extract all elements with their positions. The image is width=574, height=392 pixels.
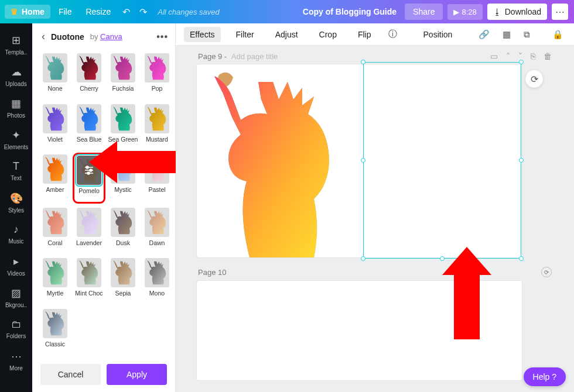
preset-cherry[interactable]: Cherry: [74, 53, 104, 98]
rail-item-styles[interactable]: 🎨Styles: [0, 187, 32, 218]
rail-icon: ▦: [11, 97, 21, 110]
page-title-input[interactable]: Add page title: [231, 52, 278, 61]
refresh-icon[interactable]: ⟳: [525, 70, 543, 88]
duplicate-page-icon[interactable]: ⎘: [531, 51, 535, 61]
next-page-header: Page 10 ⟳: [193, 257, 556, 281]
rail-label: Videos: [7, 270, 25, 277]
adjust-tab[interactable]: Adjust: [269, 27, 304, 42]
page-up-icon[interactable]: ˄: [506, 51, 510, 61]
preset-label: Mint Choc: [75, 290, 102, 297]
filter-tab[interactable]: Filter: [230, 27, 260, 42]
top-menu-bar: ♛ Home File Resize ↶ ↷ All changes saved…: [0, 0, 574, 23]
share-button[interactable]: Share: [405, 4, 443, 20]
preset-label: Amber: [46, 186, 64, 193]
position-button[interactable]: Position: [418, 27, 459, 42]
resize-menu[interactable]: Resize: [80, 5, 117, 19]
rail-item-elements[interactable]: ✦Elements: [0, 124, 32, 154]
rail-item-templa[interactable]: ⊞Templa..: [0, 29, 32, 60]
contextual-toolbar: Effects Filter Adjust Crop Flip ⓘ Positi…: [176, 23, 574, 46]
next-page-label: Page 10: [198, 268, 226, 277]
rail-item-text[interactable]: TText: [0, 156, 32, 186]
preset-label: Fuchsia: [112, 85, 134, 92]
rail-item-more[interactable]: ⋯More: [0, 345, 32, 376]
preset-thumb: [111, 104, 135, 133]
present-button[interactable]: ▶ 8:28: [447, 4, 482, 20]
apply-button[interactable]: Apply: [107, 364, 167, 385]
home-label: Home: [22, 7, 45, 16]
transparency-icon[interactable]: ▦: [501, 27, 512, 42]
overflow-menu-button[interactable]: ⋯: [552, 4, 568, 20]
preset-dusk[interactable]: Dusk: [108, 208, 138, 253]
image-pomelo[interactable]: [197, 64, 355, 257]
redo-icon[interactable]: ↷: [136, 6, 151, 18]
svg-point-1: [86, 166, 88, 169]
rail-item-videos[interactable]: ▸Videos: [0, 250, 32, 281]
rail-label: Text: [11, 175, 21, 181]
preset-classic[interactable]: Classic: [40, 309, 70, 354]
preset-coral[interactable]: Coral: [40, 208, 70, 253]
preset-mustard[interactable]: Mustard: [142, 104, 172, 149]
rail-label: Elements: [4, 144, 29, 150]
lock-icon[interactable]: 🔒: [551, 27, 565, 42]
back-icon[interactable]: ‹: [39, 29, 47, 44]
preset-thumb: [145, 258, 169, 287]
undo-icon[interactable]: ↶: [119, 6, 134, 18]
preset-label: Classic: [45, 341, 65, 348]
panel-title: Duotone: [51, 32, 84, 42]
preset-dawn[interactable]: Dawn: [142, 208, 172, 253]
grid-view-icon[interactable]: ▭: [490, 51, 498, 61]
rail-item-music[interactable]: ♪Music: [0, 219, 32, 249]
rail-item-uploads[interactable]: ☁Uploads: [0, 61, 32, 91]
preset-thumb: [145, 104, 169, 133]
preset-thumb: [43, 53, 67, 82]
link-icon[interactable]: 🔗: [477, 27, 491, 42]
panel-more-icon[interactable]: •••: [156, 32, 168, 42]
crop-tab[interactable]: Crop: [313, 27, 343, 42]
delete-page-icon[interactable]: 🗑: [544, 51, 552, 61]
canva-link[interactable]: Canva: [100, 32, 122, 41]
preset-thumb: [77, 258, 101, 287]
download-label: Download: [505, 7, 541, 16]
rail-icon: ☁: [11, 66, 22, 78]
rail-label: Bkgrou..: [5, 302, 27, 308]
preset-thumb: [111, 53, 135, 82]
selection-box: [363, 62, 521, 259]
page-down-icon[interactable]: ˅: [518, 51, 522, 61]
page-number-label: Page 9: [198, 52, 222, 61]
preset-thumb: [77, 208, 101, 237]
annotation-arrow-left: [117, 151, 176, 173]
help-button[interactable]: Help ?: [524, 367, 566, 386]
rail-item-folders[interactable]: 🗀Folders: [0, 314, 32, 344]
preset-sepia[interactable]: Sepia: [108, 258, 138, 303]
canvas-area[interactable]: Page 9 - Add page title ▭ ˄ ˅ ⎘ 🗑: [176, 46, 574, 392]
rail-item-bkgrou[interactable]: ▨Bkgrou..: [0, 282, 32, 312]
preset-pop[interactable]: Pop: [142, 53, 172, 98]
document-title[interactable]: Copy of Blogging Guide: [295, 7, 405, 16]
preset-myrtle[interactable]: Myrtle: [40, 258, 70, 303]
copy-style-icon[interactable]: ⧉: [522, 27, 532, 42]
preset-label: Sepia: [115, 290, 131, 297]
preset-mint-choc[interactable]: Mint Choc: [74, 258, 104, 303]
download-button[interactable]: ⭳ Download: [487, 4, 547, 20]
preset-grid: None Cherry Fuchsia Pop: [32, 50, 175, 358]
rail-icon: ▸: [13, 255, 19, 268]
preset-none[interactable]: None: [40, 53, 70, 98]
preset-fuchsia[interactable]: Fuchsia: [108, 53, 138, 98]
preset-thumb: [43, 208, 67, 237]
page-surface[interactable]: ⟳: [197, 64, 522, 257]
sync-icon[interactable]: ⟳: [541, 267, 552, 277]
flip-tab[interactable]: Flip: [352, 27, 377, 42]
home-button[interactable]: ♛ Home: [5, 5, 50, 19]
preset-thumb: [145, 53, 169, 82]
info-icon[interactable]: ⓘ: [387, 27, 399, 42]
preset-violet[interactable]: Violet: [40, 104, 70, 149]
preset-label: Myrtle: [47, 290, 64, 297]
preset-mono[interactable]: Mono: [142, 258, 172, 303]
preset-thumb: [111, 208, 135, 237]
rail-item-photos[interactable]: ▦Photos: [0, 92, 32, 123]
preset-lavender[interactable]: Lavender: [74, 208, 104, 253]
preset-amber[interactable]: Amber: [40, 154, 70, 202]
cancel-button[interactable]: Cancel: [40, 364, 101, 385]
effects-tab[interactable]: Effects: [184, 27, 221, 42]
file-menu[interactable]: File: [53, 5, 78, 19]
